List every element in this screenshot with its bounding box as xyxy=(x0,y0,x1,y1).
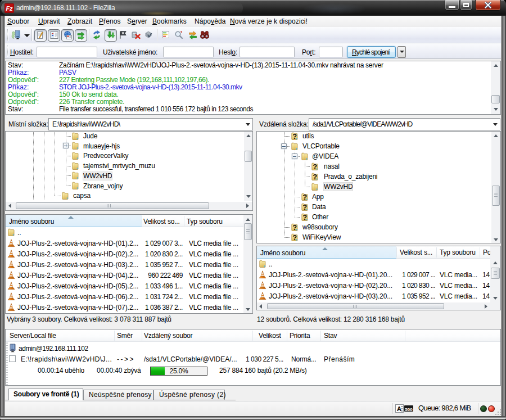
svg-text:?: ? xyxy=(292,223,297,232)
svg-text:?: ? xyxy=(302,193,307,201)
svg-text:?: ? xyxy=(302,213,307,222)
svg-text:?: ? xyxy=(302,203,307,211)
svg-text:Fz: Fz xyxy=(6,5,13,12)
svg-text:?: ? xyxy=(292,132,297,141)
svg-text:?: ? xyxy=(313,162,317,171)
svg-text:?: ? xyxy=(313,173,317,181)
svg-text:?: ? xyxy=(292,233,297,242)
